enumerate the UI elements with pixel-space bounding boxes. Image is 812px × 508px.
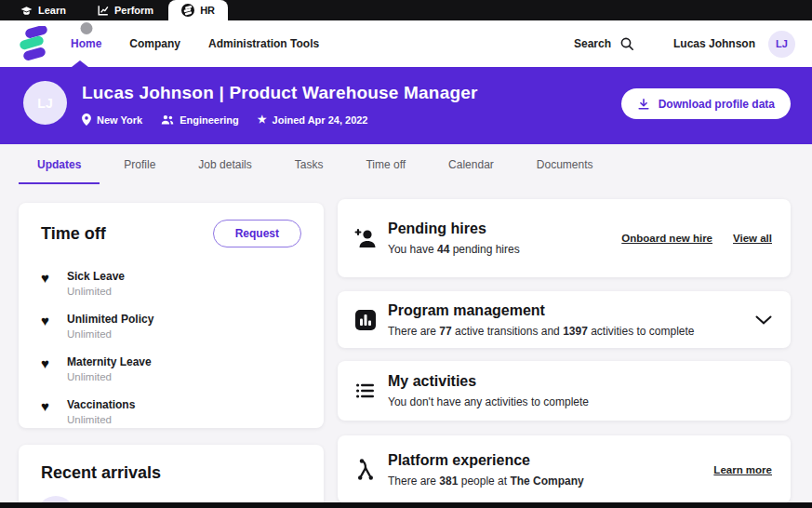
home-indicator-dot bbox=[80, 22, 92, 34]
profile-tab-bar: Updates Profile Job details Tasks Time o… bbox=[19, 144, 612, 184]
pending-hires-card: Pending hires You have 44 pending hires … bbox=[338, 199, 791, 277]
hr-app-window: Learn Perform HR Home Company bbox=[0, 0, 812, 508]
program-management-subtitle: There are 77 active transitions and 1397… bbox=[388, 325, 695, 338]
request-time-off-button[interactable]: Request bbox=[213, 220, 301, 247]
time-off-title: Time off bbox=[41, 224, 106, 244]
policy-balance: Unlimited bbox=[67, 286, 125, 297]
nav-item-home[interactable]: Home bbox=[71, 37, 101, 50]
policy-row-unlimited-policy[interactable]: ♥ Unlimited Policy Unlimited bbox=[19, 305, 324, 348]
page-content: Updates Profile Job details Tasks Time o… bbox=[0, 144, 812, 508]
bar-chart-icon bbox=[355, 310, 376, 330]
download-profile-data-button[interactable]: Download profile data bbox=[621, 88, 791, 119]
search-label: Search bbox=[574, 37, 611, 50]
graduation-cap-icon bbox=[20, 6, 33, 16]
nav-item-label: Administration Tools bbox=[208, 37, 319, 50]
tab-documents[interactable]: Documents bbox=[518, 144, 612, 184]
workspace-tab-learn[interactable]: Learn bbox=[17, 0, 70, 20]
policy-row-maternity-leave[interactable]: ♥ Maternity Leave Unlimited bbox=[19, 348, 324, 391]
heart-icon: ♥ bbox=[41, 271, 56, 285]
location-meta: New York bbox=[82, 114, 142, 126]
my-activities-subtitle: You don't have any activities to complet… bbox=[388, 395, 589, 408]
onboard-new-hire-link[interactable]: Onboard new hire bbox=[621, 233, 712, 244]
time-off-policy-list: ♥ Sick Leave Unlimited ♥ Unlimited Polic… bbox=[19, 262, 324, 434]
main-navbar: Home Company Administration Tools Search… bbox=[0, 20, 812, 67]
person-plus-icon bbox=[354, 228, 377, 248]
people-icon bbox=[161, 114, 174, 125]
tab-calendar[interactable]: Calendar bbox=[430, 144, 512, 184]
my-activities-card: My activities You don't have any activit… bbox=[338, 361, 791, 421]
team-meta: Engineering bbox=[161, 114, 239, 126]
time-off-card: Time off Request ♥ Sick Leave Unlimited … bbox=[19, 203, 324, 428]
user-name: Lucas Johnson bbox=[673, 37, 755, 50]
workspace-tab-hr[interactable]: HR bbox=[168, 0, 228, 20]
chart-frame-icon bbox=[98, 5, 109, 16]
sapling-logo-icon bbox=[19, 26, 48, 61]
expand-program-management-button[interactable] bbox=[755, 315, 772, 325]
nav-item-administration-tools[interactable]: Administration Tools bbox=[208, 37, 319, 50]
activities-count: 1397 bbox=[563, 325, 588, 338]
policy-balance: Unlimited bbox=[67, 328, 153, 340]
policy-row-sick-leave[interactable]: ♥ Sick Leave Unlimited bbox=[19, 262, 324, 305]
bottom-edge-strip bbox=[0, 502, 812, 508]
joined-meta: ★ Joined Apr 24, 2022 bbox=[258, 114, 368, 126]
program-management-card: Program management There are 77 active t… bbox=[338, 291, 791, 348]
recent-arrivals-title: Recent arrivals bbox=[19, 445, 324, 483]
my-activities-title: My activities bbox=[388, 373, 589, 390]
program-management-title: Program management bbox=[388, 302, 695, 319]
network-branch-icon bbox=[356, 459, 375, 481]
policy-balance: Unlimited bbox=[67, 414, 135, 425]
policy-name: Vaccinations bbox=[67, 398, 135, 411]
nav-items: Home Company Administration Tools bbox=[71, 37, 319, 50]
heart-icon: ♥ bbox=[41, 356, 56, 370]
policy-name: Sick Leave bbox=[67, 270, 125, 283]
pending-hires-count: 44 bbox=[437, 243, 449, 256]
tab-updates[interactable]: Updates bbox=[19, 144, 100, 184]
policy-balance: Unlimited bbox=[67, 371, 152, 382]
nav-item-label: Company bbox=[129, 37, 180, 50]
hr-logo-icon bbox=[181, 4, 194, 17]
nav-item-company[interactable]: Company bbox=[129, 37, 180, 50]
policy-name: Unlimited Policy bbox=[67, 313, 153, 326]
download-icon bbox=[637, 98, 650, 111]
policy-name: Maternity Leave bbox=[67, 355, 152, 368]
learn-more-link[interactable]: Learn more bbox=[713, 464, 772, 475]
policy-row-vaccinations[interactable]: ♥ Vaccinations Unlimited bbox=[19, 391, 324, 434]
star-icon: ★ bbox=[258, 114, 267, 125]
search-control[interactable]: Search bbox=[574, 36, 634, 51]
transitions-count: 77 bbox=[439, 325, 451, 338]
brand-logo[interactable] bbox=[19, 25, 50, 62]
profile-title: Lucas Johnson | Product Warehouse Manage… bbox=[82, 83, 478, 103]
profile-meta: New York Engineering ★ Joined Apr 24, 20… bbox=[82, 114, 367, 126]
tab-time-off[interactable]: Time off bbox=[347, 144, 424, 184]
time-off-card-header: Time off Request bbox=[19, 203, 324, 247]
nav-item-label: Home bbox=[71, 37, 101, 50]
platform-experience-card: Platform experience There are 381 people… bbox=[338, 435, 791, 503]
team-text: Engineering bbox=[180, 114, 239, 126]
platform-experience-subtitle: There are 381 people at The Company bbox=[388, 475, 584, 488]
workspace-tab-label: Learn bbox=[38, 5, 66, 16]
recent-arrivals-card: Recent arrivals TT Terry Thompson bbox=[19, 445, 324, 508]
profile-hero: LJ Lucas Johnson | Product Warehouse Man… bbox=[0, 67, 812, 144]
joined-text: Joined Apr 24, 2022 bbox=[273, 114, 368, 126]
chevron-down-icon bbox=[755, 315, 772, 325]
user-avatar[interactable]: LJ bbox=[768, 31, 795, 58]
location-text: New York bbox=[97, 114, 142, 126]
platform-experience-title: Platform experience bbox=[388, 452, 584, 469]
view-all-link[interactable]: View all bbox=[733, 233, 772, 244]
pending-hires-title: Pending hires bbox=[388, 221, 520, 237]
tab-job-details[interactable]: Job details bbox=[180, 144, 270, 184]
workspace-tab-label: Perform bbox=[114, 5, 153, 16]
heart-icon: ♥ bbox=[41, 314, 56, 328]
tab-tasks[interactable]: Tasks bbox=[276, 144, 342, 184]
workspace-tab-perform[interactable]: Perform bbox=[94, 0, 157, 20]
navbar-right: Search Lucas Johnson LJ bbox=[574, 31, 795, 58]
search-icon bbox=[619, 36, 634, 51]
tab-profile[interactable]: Profile bbox=[105, 144, 174, 184]
task-list-icon bbox=[356, 383, 375, 398]
profile-avatar: LJ bbox=[23, 81, 67, 125]
company-name: The Company bbox=[510, 475, 583, 488]
hero-notch-pointer bbox=[72, 60, 88, 67]
workspace-switcher-bar: Learn Perform HR bbox=[0, 0, 812, 20]
people-count: 381 bbox=[439, 475, 458, 488]
heart-icon: ♥ bbox=[41, 399, 56, 413]
